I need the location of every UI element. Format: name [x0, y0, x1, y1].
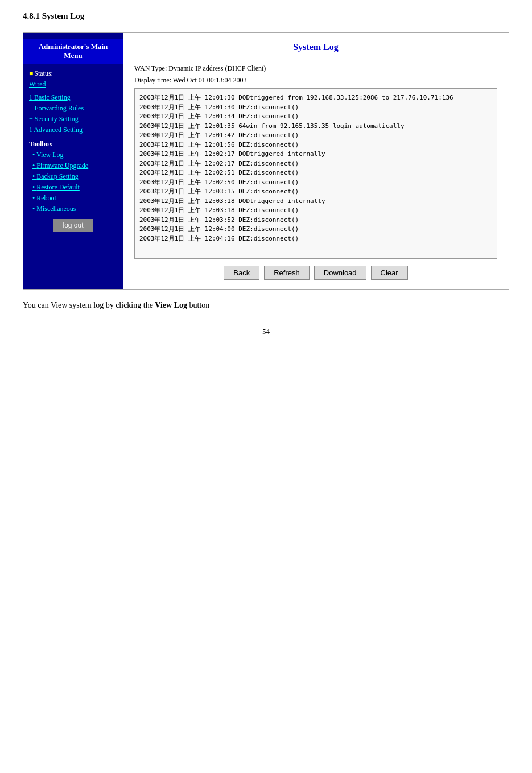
sidebar-item-view-log[interactable]: • View Log	[29, 150, 123, 160]
page-heading: 4.8.1 System Log	[23, 11, 509, 21]
display-time-info: Display time: Wed Oct 01 00:13:04 2003	[134, 76, 497, 85]
log-line: 2003年12月1日 上午 12:03:15 DEZ:disconnect()	[139, 187, 492, 197]
sidebar: Administrator's Main Menu ■Status: Wired…	[23, 33, 123, 289]
clear-button[interactable]: Clear	[371, 266, 408, 280]
action-button-row: Back Refresh Download Clear	[134, 266, 497, 280]
refresh-button[interactable]: Refresh	[264, 266, 310, 280]
sidebar-item-miscellaneous[interactable]: • Miscellaneous	[29, 204, 123, 214]
wan-type-info: WAN Type: Dynamic IP address (DHCP Clien…	[134, 64, 497, 73]
content-title: System Log	[134, 42, 497, 57]
sidebar-toolbox-label: Toolbox	[23, 138, 123, 150]
download-button[interactable]: Download	[314, 266, 366, 280]
sidebar-item-restore-default[interactable]: • Restore Default	[29, 182, 123, 193]
log-box: 2003年12月1日 上午 12:01:30 DODtriggered from…	[134, 88, 497, 259]
main-container: Administrator's Main Menu ■Status: Wired…	[23, 32, 509, 290]
log-line: 2003年12月1日 上午 12:01:42 DEZ:disconnect()	[139, 131, 492, 140]
sidebar-item-reboot[interactable]: • Reboot	[29, 193, 123, 204]
sidebar-item-firmware-upgrade[interactable]: • Firmware Upgrade	[29, 160, 123, 171]
log-line: 2003年12月1日 上午 12:03:52 DEZ:disconnect()	[139, 216, 492, 225]
description-text: You can View system log by clicking the …	[23, 301, 509, 310]
sidebar-item-wired[interactable]: Wired	[23, 79, 123, 90]
sidebar-item-forwarding-rules[interactable]: + Forwarding Rules	[23, 103, 123, 114]
log-line: 2003年12月1日 上午 12:01:34 DEZ:disconnect()	[139, 112, 492, 122]
back-button[interactable]: Back	[224, 266, 259, 280]
main-content-area: System Log WAN Type: Dynamic IP address …	[123, 33, 509, 289]
log-line: 2003年12月1日 上午 12:03:18 DEZ:disconnect()	[139, 206, 492, 216]
log-line: 2003年12月1日 上午 12:02:51 DEZ:disconnect()	[139, 168, 492, 178]
log-line: 2003年12月1日 上午 12:02:17 DODtriggered inte…	[139, 150, 492, 159]
log-line: 2003年12月1日 上午 12:03:18 DODtriggered inte…	[139, 197, 492, 206]
sidebar-title: Administrator's Main Menu	[23, 39, 123, 64]
log-line: 2003年12月1日 上午 12:01:35 64win from 92.165…	[139, 122, 492, 131]
sidebar-item-advanced-setting[interactable]: 1 Advanced Setting	[23, 125, 123, 135]
log-line: 2003年12月1日 上午 12:02:17 DEZ:disconnect()	[139, 159, 492, 169]
log-line: 2003年12月1日 上午 12:01:30 DODtriggered from…	[139, 93, 492, 103]
page-footer: 54	[23, 327, 509, 336]
logout-button[interactable]: log out	[53, 219, 92, 232]
log-line: 2003年12月1日 上午 12:01:30 DEZ:disconnect()	[139, 103, 492, 113]
sidebar-item-security-setting[interactable]: + Security Setting	[23, 114, 123, 125]
sidebar-status-section: ■Status:	[23, 68, 123, 79]
log-line: 2003年12月1日 上午 12:04:16 DEZ:disconnect()	[139, 234, 492, 244]
sidebar-item-basic-setting[interactable]: 1 Basic Setting	[23, 92, 123, 103]
sidebar-item-backup-setting[interactable]: • Backup Setting	[29, 171, 123, 182]
log-line: 2003年12月1日 上午 12:01:56 DEZ:disconnect()	[139, 140, 492, 150]
log-line: 2003年12月1日 上午 12:04:00 DEZ:disconnect()	[139, 225, 492, 234]
log-line: 2003年12月1日 上午 12:02:50 DEZ:disconnect()	[139, 178, 492, 188]
